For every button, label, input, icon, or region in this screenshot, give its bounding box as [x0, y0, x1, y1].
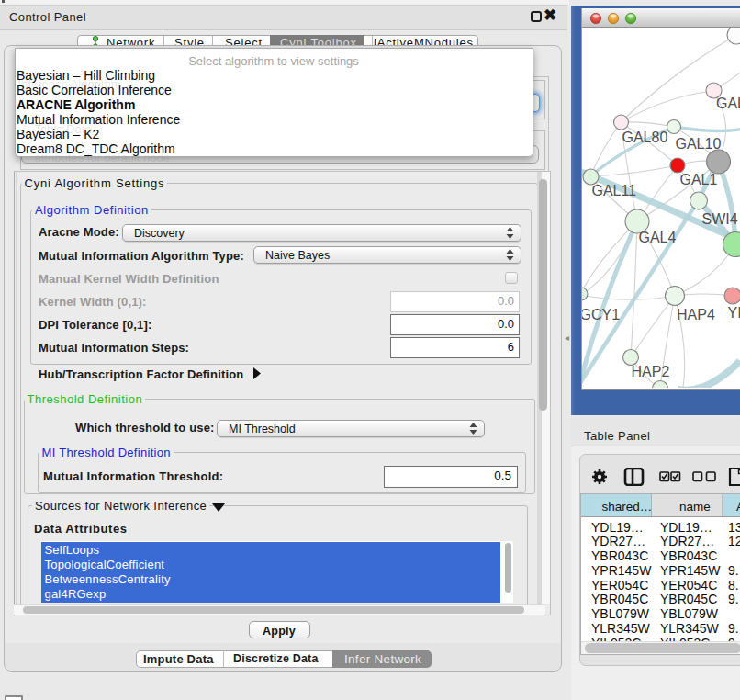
svg-text:YI: YI [728, 305, 740, 321]
svg-text:SWI4: SWI4 [702, 211, 738, 227]
svg-text:HAP4: HAP4 [677, 307, 715, 322]
svg-text:GAL: GAL [716, 96, 740, 111]
svg-text:GAL11: GAL11 [592, 183, 637, 198]
svg-text:GCY1: GCY1 [582, 307, 620, 322]
svg-text:GAL1: GAL1 [680, 172, 718, 187]
svg-text:GAL10: GAL10 [676, 136, 722, 152]
svg-text:GAL80: GAL80 [622, 130, 668, 145]
svg-text:HAP2: HAP2 [632, 364, 670, 379]
svg-text:GAL4: GAL4 [639, 230, 677, 245]
